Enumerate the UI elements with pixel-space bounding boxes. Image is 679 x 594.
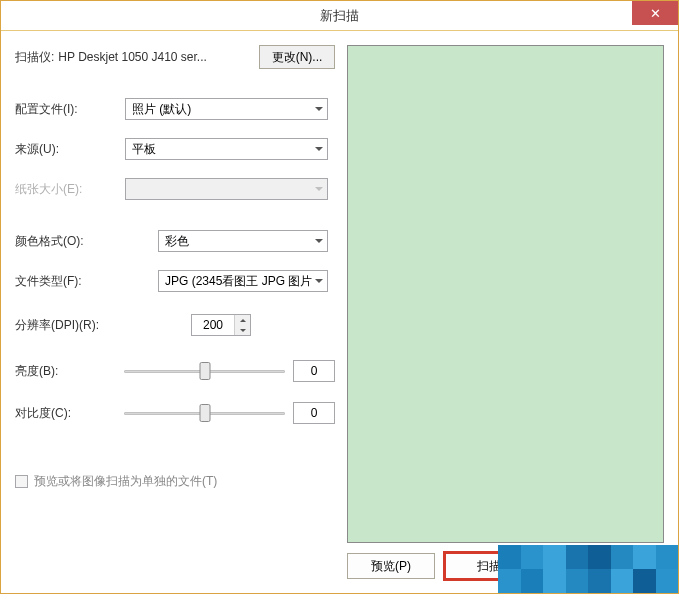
separate-files-label: 预览或将图像扫描为单独的文件(T) [34, 473, 217, 490]
settings-panel: 扫描仪: HP Deskjet 1050 J410 ser... 更改(N)..… [15, 45, 335, 579]
dpi-decrement-button[interactable] [235, 325, 250, 335]
preview-button[interactable]: 预览(P) [347, 553, 435, 579]
source-select[interactable]: 平板 [125, 138, 328, 160]
content-area: 扫描仪: HP Deskjet 1050 J410 ser... 更改(N)..… [1, 31, 678, 593]
brightness-label: 亮度(B): [15, 363, 124, 380]
contrast-label: 对比度(C): [15, 405, 124, 422]
profile-select-value: 照片 (默认) [132, 101, 191, 118]
chevron-down-icon [315, 239, 323, 243]
chevron-down-icon [315, 147, 323, 151]
obscured-region [498, 545, 678, 593]
dpi-spinner[interactable] [191, 314, 251, 336]
titlebar: 新扫描 ✕ [1, 1, 678, 31]
colorformat-select-value: 彩色 [165, 233, 189, 250]
separate-files-row: 预览或将图像扫描为单独的文件(T) [15, 473, 335, 490]
brightness-value[interactable] [293, 360, 335, 382]
colorformat-select[interactable]: 彩色 [158, 230, 328, 252]
preview-area[interactable] [347, 45, 664, 543]
colorformat-row: 颜色格式(O): 彩色 [15, 229, 335, 253]
profile-label: 配置文件(I): [15, 101, 125, 118]
close-icon: ✕ [650, 6, 661, 21]
window-title: 新扫描 [1, 7, 678, 25]
papersize-select [125, 178, 328, 200]
source-select-value: 平板 [132, 141, 156, 158]
contrast-slider[interactable] [124, 402, 285, 424]
scanner-row: 扫描仪: HP Deskjet 1050 J410 ser... 更改(N)..… [15, 45, 335, 69]
scanner-name: HP Deskjet 1050 J410 ser... [58, 50, 251, 64]
spinner-buttons [234, 315, 250, 335]
dpi-input[interactable] [192, 315, 234, 335]
filetype-row: 文件类型(F): JPG (2345看图王 JPG 图片 [15, 269, 335, 293]
source-row: 来源(U): 平板 [15, 137, 335, 161]
contrast-row: 对比度(C): [15, 401, 335, 425]
profile-select[interactable]: 照片 (默认) [125, 98, 328, 120]
papersize-row: 纸张大小(E): [15, 177, 335, 201]
source-label: 来源(U): [15, 141, 125, 158]
chevron-down-icon [315, 279, 323, 283]
filetype-select[interactable]: JPG (2345看图王 JPG 图片 [158, 270, 328, 292]
chevron-down-icon [315, 107, 323, 111]
close-button[interactable]: ✕ [632, 1, 678, 25]
change-scanner-button[interactable]: 更改(N)... [259, 45, 335, 69]
scanner-label: 扫描仪: [15, 49, 54, 66]
contrast-value[interactable] [293, 402, 335, 424]
separate-files-checkbox[interactable] [15, 475, 28, 488]
dpi-increment-button[interactable] [235, 315, 250, 325]
papersize-label: 纸张大小(E): [15, 181, 125, 198]
profile-row: 配置文件(I): 照片 (默认) [15, 97, 335, 121]
brightness-row: 亮度(B): [15, 359, 335, 383]
scan-dialog-window: 新扫描 ✕ 扫描仪: HP Deskjet 1050 J410 ser... 更… [0, 0, 679, 594]
filetype-label: 文件类型(F): [15, 273, 125, 290]
dpi-label: 分辨率(DPI)(R): [15, 317, 125, 334]
brightness-thumb[interactable] [199, 362, 210, 380]
dpi-row: 分辨率(DPI)(R): [15, 313, 335, 337]
contrast-thumb[interactable] [199, 404, 210, 422]
filetype-select-value: JPG (2345看图王 JPG 图片 [165, 273, 312, 290]
colorformat-label: 颜色格式(O): [15, 233, 125, 250]
chevron-down-icon [315, 187, 323, 191]
preview-panel: 预览(P) 扫描 [347, 45, 664, 579]
brightness-slider[interactable] [124, 360, 285, 382]
